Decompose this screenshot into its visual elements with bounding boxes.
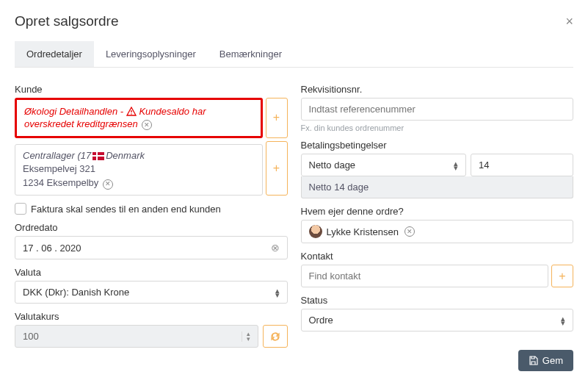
close-icon[interactable]: ×: [565, 14, 573, 29]
save-label: Gem: [542, 355, 563, 366]
rate-stepper[interactable]: ▴▾: [242, 331, 250, 342]
orderdate-label: Ordredato: [15, 222, 288, 233]
flag-dk-icon: [92, 152, 104, 160]
owner-label: Hvem ejer denne ordre?: [301, 206, 574, 217]
invoice-other-checkbox[interactable]: [15, 203, 26, 215]
req-helper: Fx. din kundes ordrenummer: [301, 123, 574, 132]
customer-clear-icon[interactable]: ✕: [142, 120, 152, 130]
pay-label: Betalingsbetingelser: [301, 140, 574, 151]
contact-label: Kontakt: [301, 251, 574, 262]
pay-days-input[interactable]: [471, 154, 573, 176]
req-label: Rekvisitionsnr.: [301, 84, 574, 95]
add-address-button[interactable]: +: [266, 141, 288, 196]
pay-type-select[interactable]: Netto dage ▴▾: [301, 154, 467, 176]
address-country: Denmark: [106, 150, 145, 161]
req-text[interactable]: [309, 104, 566, 115]
orderdate-value: 17 . 06 . 2020: [23, 243, 81, 254]
rate-label: Valutakurs: [15, 311, 288, 322]
status-label: Status: [301, 295, 574, 306]
owner-clear-icon[interactable]: ✕: [404, 226, 415, 237]
invoice-other-label: Faktura skal sendes til en anden end kun…: [31, 204, 221, 215]
rate-refresh-button[interactable]: [263, 325, 288, 348]
customer-name: Økologi Detailhandlen: [24, 106, 117, 117]
contact-input[interactable]: [301, 265, 549, 287]
select-arrows-icon: ▴▾: [561, 316, 565, 325]
address-name: Centrallager (17: [23, 150, 91, 161]
tabs: Ordredetaljer Leveringsoplysninger Bemær…: [15, 41, 573, 68]
status-value: Ordre: [309, 315, 333, 326]
req-input[interactable]: [301, 98, 574, 121]
svg-point-1: [131, 113, 132, 115]
tab-bemaerkninger[interactable]: Bemærkninger: [208, 41, 294, 67]
contact-text[interactable]: [309, 270, 541, 282]
tab-leveringsoplysninger[interactable]: Leveringsoplysninger: [94, 41, 208, 67]
customer-field[interactable]: Økologi Detailhandlen - Kundesaldo har o…: [15, 98, 263, 138]
avatar: [309, 225, 322, 238]
address-clear-icon[interactable]: ✕: [103, 179, 113, 190]
address-field[interactable]: Centrallager (17Denmark Eksempelvej 321 …: [15, 144, 263, 196]
status-select[interactable]: Ordre ▴▾: [301, 309, 574, 331]
currency-value: DKK (Dkr): Danish Krone: [23, 287, 129, 298]
owner-field[interactable]: Lykke Kristensen ✕: [301, 220, 574, 243]
orderdate-input[interactable]: 17 . 06 . 2020 ⊗: [15, 236, 288, 259]
orderdate-clear-icon[interactable]: ⊗: [271, 242, 280, 254]
pay-type-value: Netto dage: [309, 159, 356, 171]
pay-days-value[interactable]: [479, 159, 565, 171]
add-customer-button[interactable]: +: [266, 98, 288, 138]
currency-label: Valuta: [15, 267, 288, 278]
pay-summary: Netto 14 dage: [301, 176, 574, 198]
save-icon: [529, 356, 538, 365]
owner-name: Lykke Kristensen: [327, 226, 399, 237]
customer-sep: -: [120, 106, 126, 117]
customer-label: Kunde: [15, 84, 288, 95]
save-button[interactable]: Gem: [518, 350, 573, 371]
address-line2: Eksempelvej 321: [23, 162, 255, 176]
rate-value: 100: [23, 331, 39, 342]
currency-select[interactable]: DKK (Dkr): Danish Krone ▴▾: [15, 281, 288, 304]
warning-icon: [126, 107, 137, 118]
select-arrows-icon: ▴▾: [275, 288, 280, 297]
add-contact-button[interactable]: +: [551, 265, 573, 287]
page-title: Opret salgsordre: [15, 13, 119, 29]
address-line3: 1234 Eksempelby: [23, 177, 98, 188]
rate-input[interactable]: 100 ▴▾: [15, 325, 258, 348]
refresh-icon: [269, 331, 281, 343]
tab-ordredetaljer[interactable]: Ordredetaljer: [15, 41, 94, 67]
select-arrows-icon: ▴▾: [454, 161, 458, 170]
